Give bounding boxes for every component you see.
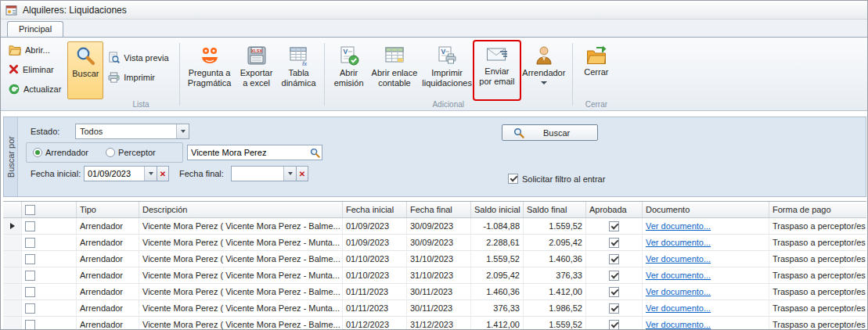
nombre-search-field[interactable] <box>187 145 322 160</box>
row-checkbox[interactable] <box>25 271 35 281</box>
aprobada-checkbox[interactable] <box>609 238 619 248</box>
imprimir-liquidaciones-label: Imprimir liquidaciones <box>422 68 472 88</box>
column-header-forma-de-pago[interactable]: Forma de pago <box>769 202 866 217</box>
imprimir-liquidaciones-button[interactable]: V Imprimir liquidaciones <box>420 41 474 99</box>
cell-documento: Ver documento... <box>643 235 769 250</box>
radio-arrendador[interactable]: Arrendador <box>33 148 88 157</box>
enviar-por-email-button[interactable]: Enviar por email <box>474 41 520 99</box>
fecha-inicial-dropdown-icon[interactable] <box>144 167 157 181</box>
buscar-filter-button[interactable]: Buscar <box>502 124 598 141</box>
cell-documento: Ver documento... <box>643 267 769 283</box>
column-header-saldo-inicial[interactable]: Saldo inicial <box>471 202 524 217</box>
column-header-fecha-inicial[interactable]: Fecha inicial <box>343 202 407 217</box>
radio-perceptor[interactable]: Perceptor <box>106 148 156 157</box>
grid-header: Tipo Descripción Fecha inicial Fecha fin… <box>3 202 866 218</box>
row-select-cell[interactable] <box>22 267 77 283</box>
abrir-emision-button[interactable]: V Abrir emisión <box>329 41 369 99</box>
ver-documento-link[interactable]: Ver documento... <box>646 320 711 329</box>
buscar-ribbon-button[interactable]: Buscar <box>67 41 103 99</box>
row-select-cell[interactable] <box>22 317 77 329</box>
ver-documento-link[interactable]: Ver documento... <box>646 287 711 296</box>
column-header-fecha-final[interactable]: Fecha final <box>407 202 471 217</box>
row-select-cell[interactable] <box>22 235 77 250</box>
nombre-search-input[interactable] <box>188 145 308 160</box>
row-select-cell[interactable] <box>22 251 77 267</box>
tabla-dinamica-button[interactable]: fx Tabla dinámica <box>278 41 320 99</box>
cell-tipo: Arrendador <box>77 317 139 329</box>
table-row[interactable]: ArrendadorVicente Mora Perez ( Vicente M… <box>3 300 866 317</box>
vista-previa-button[interactable]: Vista previa <box>106 49 175 66</box>
fecha-inicial-clear-icon[interactable]: ✕ <box>157 166 169 181</box>
imprimir-button[interactable]: Imprimir <box>106 69 175 85</box>
aprobada-checkbox[interactable] <box>609 271 619 281</box>
svg-text:V: V <box>441 48 446 56</box>
row-checkbox[interactable] <box>25 221 35 231</box>
cell-tipo: Arrendador <box>77 251 139 267</box>
row-checkbox[interactable] <box>25 320 35 330</box>
ver-documento-link[interactable]: Ver documento... <box>646 271 711 280</box>
solicitar-filtro-checkbox[interactable] <box>508 174 518 184</box>
fecha-inicial-field[interactable] <box>84 166 157 181</box>
fecha-final-clear-icon[interactable]: ✕ <box>297 166 308 181</box>
abrir-button[interactable]: Abrir... <box>7 41 67 58</box>
ver-documento-link[interactable]: Ver documento... <box>646 221 711 231</box>
select-all-checkbox[interactable] <box>25 205 35 215</box>
exportar-excel-button[interactable]: XLSX Exportar a excel <box>236 41 278 99</box>
column-header-descripcion[interactable]: Descripción <box>139 202 343 217</box>
table-row[interactable]: ArrendadorVicente Mora Perez ( Vicente M… <box>3 267 866 284</box>
column-header-tipo[interactable]: Tipo <box>77 202 139 217</box>
radio-arrendador-dot[interactable] <box>33 148 42 157</box>
liquidaciones-grid: Tipo Descripción Fecha inicial Fecha fin… <box>3 201 866 329</box>
aprobada-checkbox[interactable] <box>609 221 619 231</box>
aprobada-checkbox[interactable] <box>609 287 619 297</box>
table-row[interactable]: ArrendadorVicente Mora Perez ( Vicente M… <box>3 284 866 300</box>
actualizar-button[interactable]: Actualizar <box>7 81 67 97</box>
column-header-saldo-final[interactable]: Saldo final <box>524 202 586 217</box>
cerrar-button[interactable]: Cerrar <box>577 41 616 99</box>
cell-aprobada <box>586 317 643 329</box>
ribbon-tab-row: Principal <box>1 20 867 37</box>
table-row[interactable]: ArrendadorVicente Mora Perez ( Vicente M… <box>3 317 866 329</box>
table-row[interactable]: ArrendadorVicente Mora Perez ( Vicente M… <box>3 235 866 251</box>
aprobada-checkbox[interactable] <box>609 303 619 314</box>
radio-perceptor-dot[interactable] <box>106 148 115 157</box>
eliminar-button[interactable]: Eliminar <box>7 61 67 77</box>
table-row[interactable]: ArrendadorVicente Mora Perez ( Vicente M… <box>3 251 866 267</box>
cell-fecha-inicial: 01/11/2023 <box>343 284 407 300</box>
field-search-icon[interactable] <box>308 145 322 160</box>
arrendador-button[interactable]: Arrendador <box>520 41 568 99</box>
fecha-inicial-input[interactable] <box>85 167 144 181</box>
aprobada-checkbox[interactable] <box>609 254 619 264</box>
column-header-documento[interactable]: Documento <box>643 202 769 217</box>
cell-fecha-final: 31/12/2023 <box>407 317 471 329</box>
ribbon-separator <box>572 43 573 106</box>
row-select-cell[interactable] <box>22 218 77 234</box>
cell-forma-pago: Traspaso a perceptor/es <box>769 251 866 267</box>
row-indicator <box>3 251 22 267</box>
pregunta-pragmatica-button[interactable]: Pregunta a Pragmática <box>184 41 236 99</box>
row-select-cell[interactable] <box>22 300 77 316</box>
fecha-final-field[interactable] <box>231 166 297 181</box>
ver-documento-link[interactable]: Ver documento... <box>646 303 711 313</box>
aprobada-checkbox[interactable] <box>609 320 619 330</box>
search-icon <box>75 45 96 66</box>
table-row[interactable]: ArrendadorVicente Mora Perez ( Vicente M… <box>3 218 866 235</box>
ver-documento-link[interactable]: Ver documento... <box>646 254 711 264</box>
solicitar-filtro-checkbox-row[interactable]: Solicitar filtro al entrar <box>508 174 605 184</box>
row-checkbox[interactable] <box>25 287 35 297</box>
estado-dropdown-icon[interactable] <box>176 124 189 138</box>
fecha-final-input[interactable] <box>232 167 283 181</box>
row-checkbox[interactable] <box>25 254 35 264</box>
column-header-aprobada[interactable]: Aprobada <box>586 202 643 217</box>
current-row-arrow-icon <box>10 223 15 229</box>
abrir-enlace-contable-button[interactable]: Abrir enlace contable <box>369 41 420 99</box>
fecha-final-dropdown-icon[interactable] <box>283 167 296 181</box>
tab-principal[interactable]: Principal <box>7 21 63 37</box>
row-select-cell[interactable] <box>22 284 77 300</box>
header-select-cell[interactable] <box>22 202 77 217</box>
row-checkbox[interactable] <box>25 303 35 314</box>
estado-combobox[interactable]: Todos <box>75 124 189 139</box>
ribbon: Abrir... Eliminar Actualizar <box>1 37 867 111</box>
ver-documento-link[interactable]: Ver documento... <box>646 238 711 247</box>
row-checkbox[interactable] <box>25 238 35 248</box>
